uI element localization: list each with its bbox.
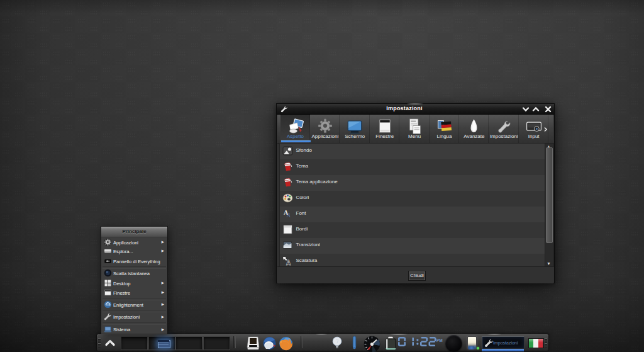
svg-text:A: A <box>286 259 291 266</box>
svg-text:Ă: Ă <box>286 212 291 219</box>
svg-text:PM: PM <box>436 338 443 343</box>
